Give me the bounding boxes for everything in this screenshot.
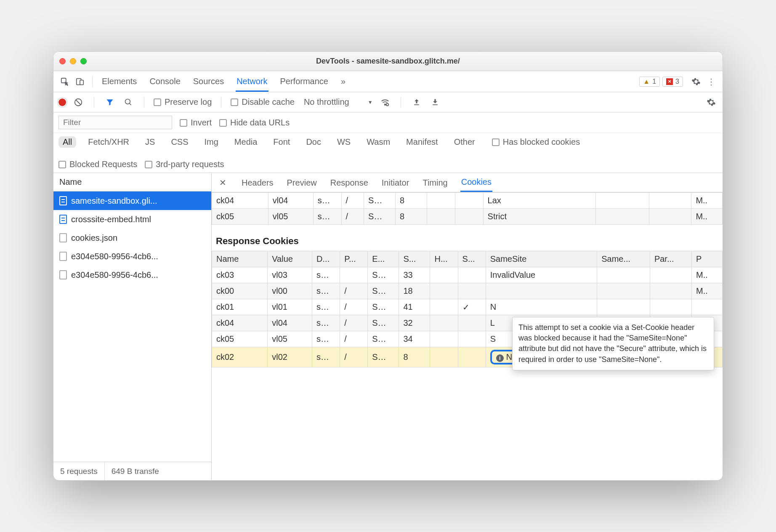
cookie-header[interactable]: Same... (597, 251, 650, 267)
filter-icon[interactable] (104, 96, 116, 109)
cookie-header[interactable]: Value (268, 251, 312, 267)
type-doc[interactable]: Doc (302, 136, 325, 148)
inspect-icon[interactable] (58, 75, 71, 88)
filter-input[interactable] (58, 116, 172, 129)
cookie-row[interactable]: ck00vl00s…/S…18M.. (212, 283, 723, 299)
cookie-header[interactable]: D... (312, 251, 340, 267)
cookie-cell: s… (313, 193, 341, 209)
invert-checkbox[interactable]: Invert (180, 118, 212, 128)
warnings-badge[interactable]: ▲ 1 (639, 77, 660, 87)
settings-icon[interactable] (690, 75, 702, 88)
cookie-header[interactable]: SameSite (486, 251, 597, 267)
cookie-row[interactable]: ck03vl03s…S…33InvalidValueM.. (212, 267, 723, 283)
cookie-cell: ck04 (212, 193, 268, 209)
zoom-window[interactable] (80, 58, 87, 64)
network-settings-icon[interactable] (705, 96, 718, 109)
dtab-cookies[interactable]: Cookies (460, 173, 492, 192)
cookie-header[interactable]: S... (399, 251, 430, 267)
third-party-checkbox[interactable]: 3rd-party requests (145, 160, 224, 169)
cookie-row[interactable]: ck01vl01s…/S…41✓N (212, 299, 723, 315)
svg-rect-8 (433, 104, 438, 105)
cookie-header[interactable]: H... (430, 251, 458, 267)
dtab-headers[interactable]: Headers (241, 174, 274, 192)
request-row[interactable]: samesite-sandbox.gli... (53, 192, 211, 210)
preserve-log-checkbox[interactable]: Preserve log (154, 97, 212, 107)
close-details-icon[interactable]: ✕ (217, 178, 229, 188)
cookie-header[interactable]: P... (340, 251, 368, 267)
details-content[interactable]: ck04vl04s…/S…8LaxM..ck05vl05s…/S…8Strict… (212, 192, 723, 480)
cookie-cell: S… (364, 209, 396, 225)
more-menu-icon[interactable]: ⋮ (705, 75, 718, 88)
tab-performance[interactable]: Performance (279, 72, 330, 92)
tab-network[interactable]: Network (236, 72, 268, 92)
request-row[interactable]: cookies.json (53, 229, 211, 247)
cookie-cell (427, 209, 455, 225)
cookie-header[interactable]: S... (458, 251, 486, 267)
titlebar: DevTools - samesite-sandbox.glitch.me/ (53, 52, 723, 71)
cookie-cell: M.. (691, 209, 723, 225)
dtab-response[interactable]: Response (330, 174, 369, 192)
type-media[interactable]: Media (230, 136, 261, 148)
tab-console[interactable]: Console (149, 72, 181, 92)
cookie-cell: / (340, 347, 368, 367)
error-count: 3 (675, 78, 679, 85)
cookie-cell (649, 209, 691, 225)
has-blocked-cookies-checkbox[interactable]: Has blocked cookies (492, 137, 580, 147)
search-icon[interactable] (122, 96, 135, 109)
cookie-row[interactable]: ck04vl04s…/S…8LaxM.. (212, 193, 723, 209)
upload-icon[interactable] (410, 96, 423, 109)
cookie-header[interactable]: Par... (650, 251, 691, 267)
sidebar-header[interactable]: Name (53, 173, 211, 192)
type-all[interactable]: All (58, 136, 76, 148)
type-manifest[interactable]: Manifest (402, 136, 442, 148)
throttling-select[interactable]: No throttling ▼ (300, 96, 373, 109)
type-wasm[interactable]: Wasm (362, 136, 394, 148)
tab-sources[interactable]: Sources (192, 72, 225, 92)
dtab-preview[interactable]: Preview (286, 174, 318, 192)
clear-icon[interactable] (72, 96, 85, 109)
type-css[interactable]: CSS (167, 136, 192, 148)
tab-more[interactable]: » (340, 72, 346, 92)
file-icon (59, 252, 67, 261)
record-button[interactable] (58, 98, 66, 106)
type-ws[interactable]: WS (333, 136, 355, 148)
tab-elements[interactable]: Elements (101, 72, 138, 92)
cookie-cell: s… (312, 315, 340, 331)
minimize-window[interactable] (70, 58, 76, 64)
type-font[interactable]: Font (269, 136, 294, 148)
request-name: samesite-sandbox.gli... (71, 196, 157, 206)
cookie-cell: 34 (399, 331, 430, 347)
cookie-cell (458, 331, 486, 347)
download-icon[interactable] (429, 96, 441, 109)
request-row[interactable]: crosssite-embed.html (53, 210, 211, 229)
panel-tabs: Elements Console Sources Network Perform… (101, 72, 346, 92)
disable-cache-checkbox[interactable]: Disable cache (231, 97, 295, 107)
request-row[interactable]: e304e580-9956-4cb6... (53, 247, 211, 266)
blocked-requests-checkbox[interactable]: Blocked Requests (58, 160, 137, 169)
close-window[interactable] (59, 58, 66, 64)
hide-data-urls-checkbox[interactable]: Hide data URLs (219, 118, 290, 128)
type-filter-row: All Fetch/XHR JS CSS Img Media Font Doc … (53, 133, 723, 173)
dtab-timing[interactable]: Timing (422, 174, 448, 192)
cookie-row[interactable]: ck05vl05s…/S…8StrictM.. (212, 209, 723, 225)
request-row[interactable]: e304e580-9956-4cb6... (53, 266, 211, 284)
cookie-cell: vl01 (268, 299, 312, 315)
cookie-header[interactable]: P (692, 251, 723, 267)
network-conditions-icon[interactable] (379, 96, 391, 109)
cookie-header[interactable]: E... (368, 251, 399, 267)
type-other[interactable]: Other (450, 136, 479, 148)
cookie-cell (486, 283, 597, 299)
cookie-cell (597, 283, 650, 299)
cookie-cell (430, 299, 458, 315)
document-icon (59, 215, 67, 224)
cookie-cell: S… (368, 267, 399, 283)
type-fetch[interactable]: Fetch/XHR (84, 136, 133, 148)
type-js[interactable]: JS (141, 136, 159, 148)
cookie-cell: / (340, 299, 368, 315)
device-toggle-icon[interactable] (74, 75, 86, 88)
type-img[interactable]: Img (200, 136, 223, 148)
cookie-cell (430, 347, 458, 367)
cookie-header[interactable]: Name (212, 251, 268, 267)
errors-badge[interactable]: ✕ 3 (662, 77, 683, 87)
dtab-initiator[interactable]: Initiator (381, 174, 410, 192)
